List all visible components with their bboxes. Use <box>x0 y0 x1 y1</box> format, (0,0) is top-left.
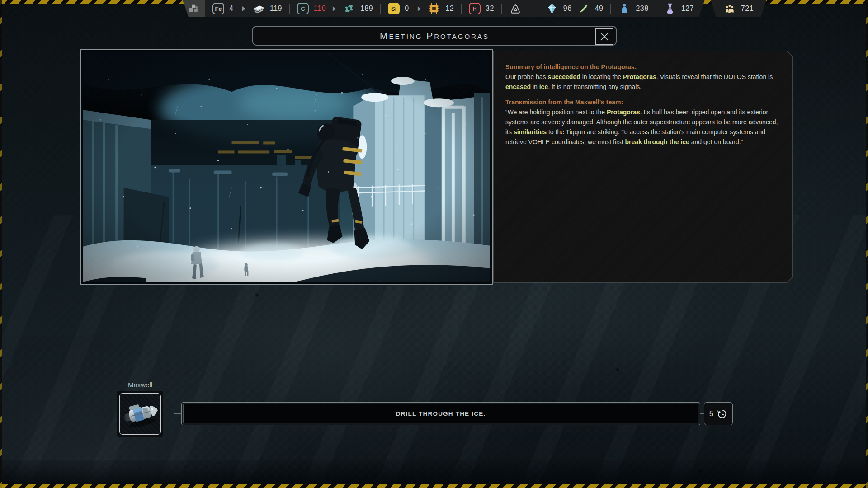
resource-value: 49 <box>595 5 604 13</box>
resource-value: 238 <box>636 5 648 13</box>
resource-wheat: 49 <box>577 2 604 15</box>
separator <box>501 4 502 14</box>
separator <box>610 4 611 14</box>
debris-speck <box>255 294 258 296</box>
separator <box>289 4 290 14</box>
debris-speck <box>616 368 619 371</box>
time-cost-clock-icon <box>716 408 727 419</box>
debris-speck <box>699 470 702 473</box>
paragraph: Summary of intelligence on the Protagora… <box>505 62 780 92</box>
resource-c: C110 <box>297 3 326 14</box>
chain-arrow-icon <box>332 6 336 12</box>
paragraph-text: “We are holding position next to the Pro… <box>505 107 780 147</box>
resource-si: Si0 <box>388 3 411 14</box>
resource-value: 189 <box>360 5 373 13</box>
paragraph-heading: Summary of intelligence on the Protagora… <box>505 62 780 72</box>
ship-name-label: Maxwell <box>117 381 163 389</box>
resource-value: – <box>527 5 533 13</box>
game-screen: Fe4119C110189Si012H32–9649238127 721 Mee… <box>0 0 868 488</box>
action-cost-box: 5 <box>704 402 733 425</box>
paragraph-heading: Transmission from the Maxwell's team: <box>505 97 780 107</box>
connector-line <box>700 413 704 414</box>
top-resource-bar: Fe4119C110189Si012H32–9649238127 721 <box>183 0 766 17</box>
event-title-bar: Meeting Protagoras <box>252 26 617 46</box>
separator <box>461 4 462 14</box>
close-icon <box>599 32 609 42</box>
event-title: Meeting Protagoras <box>380 30 489 41</box>
section-divider <box>538 0 538 17</box>
h-badge-icon: H <box>469 3 481 14</box>
c-badge-icon: C <box>297 3 309 14</box>
fe-badge-icon: Fe <box>212 3 224 14</box>
connector-line <box>174 413 182 414</box>
resource-value: 32 <box>486 5 494 13</box>
person-icon <box>618 2 631 15</box>
resource-value: 0 <box>405 5 411 13</box>
hazard-stripe-left <box>0 0 2 488</box>
hazard-stripe-right <box>866 0 868 488</box>
drill-action-button-face: DRILL THROUGH THE ICE. <box>183 404 698 423</box>
resource-value: 12 <box>445 5 454 13</box>
drill-action-label: DRILL THROUGH THE ICE. <box>396 410 486 417</box>
resource-ice: 96 <box>546 2 572 15</box>
stocks-button[interactable] <box>183 0 205 17</box>
crates-icon <box>188 3 200 14</box>
event-text-panel: Summary of intelligence on the Protagora… <box>493 51 793 283</box>
gear-icon <box>343 2 355 15</box>
bottom-dark-band <box>0 460 868 484</box>
resource-value: 721 <box>741 5 754 13</box>
resource-value: 96 <box>563 5 572 13</box>
si-badge-icon: Si <box>388 3 400 14</box>
wheat-icon <box>577 2 590 15</box>
people-icon <box>723 2 736 15</box>
paragraph-text: Our probe has succeeded in locating the … <box>505 72 780 92</box>
resource-value: 127 <box>681 5 694 13</box>
chain-arrow-icon <box>242 6 246 12</box>
drill-action-button[interactable]: DRILL THROUGH THE ICE. <box>181 402 700 425</box>
resource-person: 238 <box>618 2 648 15</box>
resource-h: H32 <box>469 3 494 14</box>
waste-bag-icon <box>509 2 522 15</box>
separator <box>656 4 656 14</box>
ship-image <box>120 394 160 434</box>
chain-arrow-icon <box>417 6 421 12</box>
event-artwork <box>83 52 490 282</box>
resource-gear: 189 <box>343 2 373 15</box>
resource-waste: – <box>509 2 533 15</box>
separator <box>380 4 381 14</box>
action-cost-value: 5 <box>709 409 713 418</box>
steel-beams-icon <box>252 2 265 15</box>
resource-bar-section-main: Fe4119C110189Si012H32–9649238127 <box>183 0 705 17</box>
resource-value: 4 <box>229 5 236 13</box>
chip-icon <box>428 2 440 15</box>
resource-fe: Fe4 <box>212 3 236 14</box>
resource-value: 110 <box>314 5 326 13</box>
ship-portrait <box>117 391 163 437</box>
paragraph: Transmission from the Maxwell's team:“We… <box>505 97 780 147</box>
resource-people: 721 <box>723 2 754 15</box>
hazard-stripe-bottom <box>0 484 868 488</box>
event-image-panel <box>80 49 493 285</box>
flask-icon <box>664 2 676 15</box>
resource-chip: 12 <box>428 2 454 15</box>
event-text-body: Summary of intelligence on the Protagora… <box>494 51 792 282</box>
resource-steel: 119 <box>252 2 282 15</box>
ship-portrait-frame <box>119 393 161 435</box>
resource-value: 119 <box>270 5 282 13</box>
ice-crystal-icon <box>546 2 558 15</box>
resource-bar-section-pop: 721 <box>711 0 766 17</box>
close-button[interactable] <box>595 28 613 45</box>
resource-flask: 127 <box>664 2 694 15</box>
